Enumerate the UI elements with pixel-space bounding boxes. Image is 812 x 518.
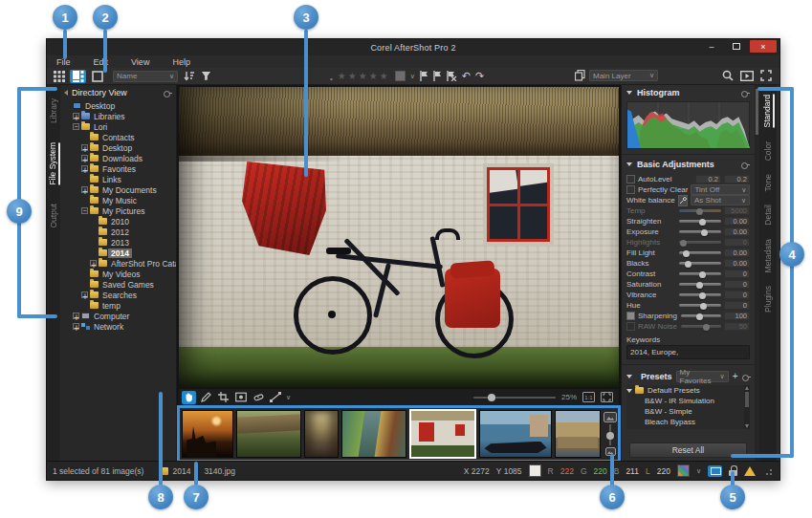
preset-item[interactable]: B&W - IR Simulation [626,396,750,406]
slider-handle[interactable] [685,261,691,268]
keywords-field[interactable]: 2014, Europe, [626,345,750,359]
tree-item-2013[interactable]: 2013 [60,237,176,248]
star-rating[interactable]: ★★★★★ [338,71,390,81]
tree-item-desktop-sub[interactable]: Desktop [60,142,176,153]
thumbnail-gondola[interactable] [479,410,552,458]
chevron-down-icon[interactable] [696,467,701,475]
collapse-icon[interactable] [81,207,88,214]
thumbnail-cottage-garden[interactable] [236,410,301,458]
search-button[interactable] [722,70,734,81]
sharpening-checkbox[interactable] [626,312,635,320]
zoom-slider[interactable] [473,397,556,399]
slider-handle[interactable] [699,292,706,299]
menu-help[interactable]: Help [172,57,190,67]
expand-icon[interactable] [73,313,79,319]
preset-item[interactable]: B&W - Simple [626,406,750,417]
raw-noise-value[interactable]: 50 [724,322,750,331]
tree-item-2012[interactable]: 2012 [60,227,176,237]
raw-noise-checkbox[interactable] [626,322,635,331]
highlights-value[interactable]: 0 [724,238,750,247]
chevron-down-icon[interactable] [286,394,291,401]
maximize-button[interactable] [725,40,748,53]
minimize-button[interactable]: – [700,40,723,53]
collapse-triangle-icon[interactable] [626,375,632,378]
slideshow-button[interactable] [740,71,754,81]
autolevel-checkbox[interactable] [626,175,635,183]
preset-item-clipped[interactable]: Blue Filter [626,427,750,429]
fullscreen-button[interactable] [760,70,772,81]
title-bar[interactable]: Corel AfterShot Pro 2 – × [47,39,779,55]
tree-item-saved-games[interactable]: Saved Games [60,279,176,290]
main-photo[interactable] [179,87,619,387]
tree-item-my-documents[interactable]: My Documents [60,184,176,195]
actual-size-button[interactable]: 1:1 [582,392,595,402]
perfectly-clear-dropdown[interactable]: Tint Off [691,184,750,195]
thumbnail-size-handle[interactable] [606,432,614,440]
slider-handle[interactable] [699,271,706,278]
slider-handle[interactable] [700,303,707,310]
saturation-value[interactable]: 0 [724,280,750,289]
expand-icon[interactable] [90,260,97,267]
expand-icon[interactable] [73,323,79,330]
redeye-tool-button[interactable] [233,391,248,404]
slider-handle[interactable] [699,219,706,226]
tab-library[interactable]: Library [49,98,58,123]
tree-item-searches[interactable]: Searches [60,290,176,300]
crop-tool-button[interactable] [216,391,230,404]
vibrance-slider[interactable] [679,290,721,300]
tree-item-contacts[interactable]: Contacts [60,132,176,142]
flag-reject-button[interactable] [433,71,442,81]
scroll-down-icon[interactable] [745,424,749,428]
fit-to-window-button[interactable] [601,392,613,402]
reset-all-button[interactable]: Reset All [629,442,747,458]
tab-color[interactable]: Color [763,141,773,161]
tree-item-my-pictures[interactable]: My Pictures [60,205,176,216]
tree-item-computer[interactable]: Computer [60,311,176,321]
undo-button[interactable]: ↶ [462,71,471,81]
edit-tool-button[interactable] [199,391,213,404]
preview-view-button[interactable] [70,70,86,83]
thumbnail-view-button[interactable] [51,70,67,83]
collapse-triangle-icon[interactable] [626,389,632,393]
tree-item-2014-selected[interactable]: 2014 [60,248,176,258]
tab-standard[interactable]: Standard [762,95,775,128]
pin-icon[interactable] [742,372,750,380]
hue-slider[interactable] [679,300,721,311]
slider-handle[interactable] [680,240,687,247]
resize-grip[interactable] [764,467,772,475]
sort-direction-button[interactable] [184,71,194,81]
collapse-triangle-icon[interactable] [626,162,632,166]
tab-tone[interactable]: Tone [763,174,773,191]
expand-icon[interactable] [81,155,88,162]
tab-file-system[interactable]: File System [48,142,60,184]
pin-icon[interactable] [164,88,172,97]
thumbnail-size-slider[interactable] [609,424,611,445]
tab-output[interactable]: Output [49,204,58,228]
autolevel-value-1[interactable]: 0.2 [695,175,721,183]
tree-item-2010[interactable]: 2010 [60,216,176,227]
thumbnail-sunset-mosque[interactable] [182,410,233,458]
tree-item-links[interactable]: Links [60,174,176,184]
eyedropper-button[interactable] [678,195,688,206]
perfectly-clear-checkbox[interactable] [626,185,635,194]
straighten-tool-button[interactable] [268,391,282,404]
thumbnail-cottage-bicycle-selected[interactable] [409,409,476,459]
preset-collection-dropdown[interactable]: My Favorites [676,371,729,382]
contrast-slider[interactable] [679,269,721,279]
slider-handle[interactable] [701,229,708,236]
temp-slider[interactable] [679,205,721,216]
thumbnail-street[interactable] [304,410,339,458]
soft-proofing-button[interactable] [708,465,722,477]
straighten-slider[interactable] [679,216,721,227]
collapse-icon[interactable] [73,123,79,130]
slider-handle[interactable] [696,282,703,289]
heal-clone-tool-button[interactable] [251,391,265,404]
tree-item-aftershot-catalogs[interactable]: AfterShot Pro Catalogs [60,258,176,269]
sharpening-value[interactable]: 100 [724,312,750,320]
flag-pick-button[interactable] [420,71,428,81]
chevron-down-icon[interactable] [410,73,415,80]
thumbnail-stone-bridge[interactable] [555,410,601,458]
scroll-up-icon[interactable] [745,386,749,390]
pan-tool-button[interactable] [182,391,196,404]
tree-item-downloads[interactable]: Downloads [60,153,176,163]
